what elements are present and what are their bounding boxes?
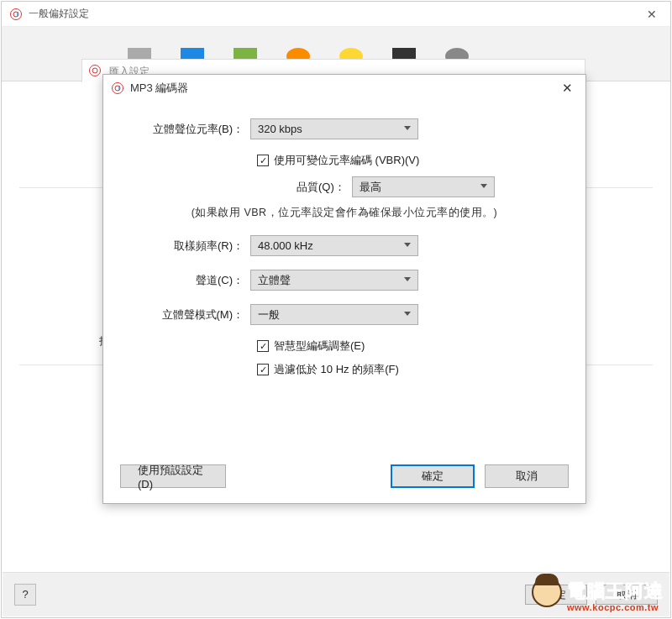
channel-value: 立體聲 [258, 273, 291, 288]
mp3-encoder-dialog: MP3 編碼器 ✕ 立體聲位元率(B)： 320 kbps 使用可變位元率編碼 … [102, 74, 586, 504]
chevron-down-icon [404, 312, 411, 316]
cancel-button[interactable]: 取消 [485, 464, 569, 488]
stereomode-row: 立體聲模式(M)： 一般 [129, 304, 560, 325]
svg-point-4 [113, 83, 123, 94]
use-defaults-button[interactable]: 使用預設設定(D) [120, 464, 226, 488]
samplerate-row: 取樣頻率(R)： 48.000 kHz [129, 235, 560, 256]
svg-point-0 [11, 8, 22, 19]
itunes-icon [112, 82, 123, 94]
modal-body: 立體聲位元率(B)： 320 kbps 使用可變位元率編碼 (VBR)(V) 品… [103, 102, 585, 377]
itunes-icon-small [89, 65, 101, 76]
quality-row: 品質(Q)： 最高 [129, 176, 560, 197]
vbr-checkbox[interactable] [257, 155, 269, 166]
channel-row: 聲道(C)： 立體聲 [129, 270, 560, 291]
filter10hz-label: 過濾低於 10 Hz 的頻率(F) [274, 362, 399, 377]
filter10hz-checkbox[interactable] [257, 364, 269, 375]
channel-dropdown[interactable]: 立體聲 [250, 270, 418, 291]
vbr-row: 使用可變位元率編碼 (VBR)(V) [129, 153, 560, 168]
modal-footer: 使用預設設定(D) 確定 取消 [120, 464, 569, 488]
parent-titlebar: 一般偏好設定 ✕ [2, 2, 670, 27]
chevron-down-icon [480, 184, 487, 188]
stereomode-label: 立體聲模式(M)： [129, 307, 250, 323]
modal-close-icon[interactable]: ✕ [557, 81, 577, 96]
help-button[interactable]: ? [14, 584, 36, 606]
quality-label: 品質(Q)： [297, 180, 352, 195]
samplerate-dropdown[interactable]: 48.000 kHz [250, 235, 418, 256]
modal-titlebar: MP3 編碼器 ✕ [103, 75, 585, 102]
parent-footer: ? 確定 取消 [3, 572, 669, 616]
smart-row: 智慧型編碼調整(E) [129, 338, 560, 354]
bitrate-dropdown[interactable]: 320 kbps [250, 118, 418, 139]
parent-title: 一般偏好設定 [29, 7, 642, 21]
filter10hz-row: 過濾低於 10 Hz 的頻率(F) [129, 362, 560, 377]
modal-title: MP3 編碼器 [130, 81, 557, 96]
bitrate-value: 320 kbps [258, 123, 302, 135]
smart-checkbox[interactable] [257, 340, 269, 352]
ok-button[interactable]: 確定 [391, 464, 475, 488]
smart-label: 智慧型編碼調整(E) [274, 338, 365, 354]
parent-ok-button[interactable]: 確定 [525, 585, 587, 605]
itunes-icon [10, 8, 22, 20]
channel-label: 聲道(C)： [129, 273, 250, 288]
quality-dropdown[interactable]: 最高 [352, 176, 495, 197]
vbr-label: 使用可變位元率編碼 (VBR)(V) [274, 153, 419, 168]
chevron-down-icon [404, 243, 411, 247]
samplerate-value: 48.000 kHz [258, 239, 313, 252]
svg-point-2 [90, 66, 101, 76]
quality-value: 最高 [360, 180, 381, 195]
chevron-down-icon [404, 126, 411, 130]
parent-close-icon[interactable]: ✕ [642, 8, 662, 21]
vbr-note: (如果啟用 VBR，位元率設定會作為確保最小位元率的使用。) [129, 206, 560, 220]
stereomode-value: 一般 [258, 307, 280, 323]
chevron-down-icon [404, 277, 411, 281]
parent-cancel-button[interactable]: 取消 [596, 585, 658, 605]
stereomode-dropdown[interactable]: 一般 [250, 304, 418, 325]
samplerate-label: 取樣頻率(R)： [129, 239, 250, 254]
bitrate-label: 立體聲位元率(B)： [129, 122, 250, 137]
bitrate-row: 立體聲位元率(B)： 320 kbps [129, 118, 560, 139]
